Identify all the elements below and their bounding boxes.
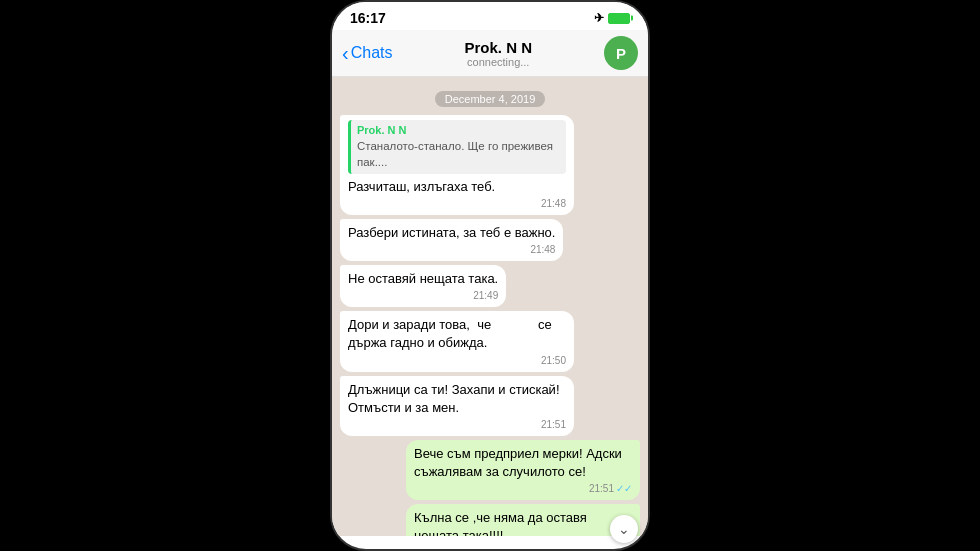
date-badge: December 4, 2019: [435, 91, 546, 107]
back-label: Chats: [351, 44, 393, 62]
message-meta: 21:50: [348, 354, 566, 368]
message-text: Длъжници са ти! Захапи и стискай! Отмъст…: [348, 382, 560, 415]
message-time: 21:48: [541, 197, 566, 211]
message-meta: 21:48: [348, 197, 566, 211]
message-meta: 21:48: [348, 243, 555, 257]
message-time: 21:48: [530, 243, 555, 257]
status-icons: ✈: [594, 11, 630, 25]
message-text: Разбери истината, за теб е важно.: [348, 225, 555, 240]
table-row: Разбери истината, за теб е важно. 21:48: [340, 219, 640, 261]
status-bar: 16:17 ✈: [332, 2, 648, 30]
message-time: 21:49: [473, 289, 498, 303]
message-text: Разчиташ, излъгаха теб.: [348, 179, 495, 194]
battery-icon: [608, 13, 630, 24]
message-meta: 21:51 ✓✓: [414, 482, 632, 496]
message-bubble: Вече съм предприел мерки! Адски съжалява…: [406, 440, 640, 500]
message-meta: 21:49: [348, 289, 498, 303]
table-row: Не оставяй нещата така. 21:49: [340, 265, 640, 307]
scroll-down-button[interactable]: ⌄: [610, 515, 638, 536]
chat-title-area: Prok. N N connecting...: [398, 39, 598, 68]
message-bubble: Prok. N N Станалото-станало. Ще го прежи…: [340, 115, 574, 215]
back-button[interactable]: ‹ Chats: [342, 43, 392, 63]
avatar[interactable]: P: [604, 36, 638, 70]
quoted-sender: Prok. N N: [357, 123, 560, 138]
message-text: Кълна се ,че няма да оставя нещата така!…: [414, 510, 587, 536]
message-meta: 21:51: [348, 418, 566, 432]
table-row: Prok. N N Станалото-станало. Ще го прежи…: [340, 115, 640, 215]
quoted-text: Станалото-станало. Ще го преживея пак...…: [357, 138, 560, 170]
message-bubble: Кълна се ,че няма да оставя нещата така!…: [406, 504, 640, 536]
message-time: 21:51: [541, 418, 566, 432]
messages-area[interactable]: December 4, 2019 Prok. N N Станалото-ста…: [332, 77, 648, 536]
message-bubble: Разбери истината, за теб е важно. 21:48: [340, 219, 563, 261]
quoted-block: Prok. N N Станалото-станало. Ще го прежи…: [348, 120, 566, 174]
chat-header: ‹ Chats Prok. N N connecting... P: [332, 30, 648, 77]
table-row: Длъжници са ти! Захапи и стискай! Отмъст…: [340, 376, 640, 436]
message-bubble: Не оставяй нещата така. 21:49: [340, 265, 506, 307]
message-bubble: Длъжници са ти! Захапи и стискай! Отмъст…: [340, 376, 574, 436]
date-separator: December 4, 2019: [340, 89, 640, 107]
message-time: 21:51: [589, 482, 614, 496]
table-row: Дори и заради това, че се държа гадно и …: [340, 311, 640, 371]
message-time: 21:50: [541, 354, 566, 368]
message-bubble: Дори и заради това, че се държа гадно и …: [340, 311, 574, 371]
chat-status: connecting...: [398, 56, 598, 68]
message-tick: ✓✓: [616, 482, 632, 496]
message-text: Не оставяй нещата така.: [348, 271, 498, 286]
table-row: Вече съм предприел мерки! Адски съжалява…: [340, 440, 640, 500]
airplane-icon: ✈: [594, 11, 604, 25]
status-time: 16:17: [350, 10, 386, 26]
message-text: Вече съм предприел мерки! Адски съжалява…: [414, 446, 622, 479]
phone-frame: 16:17 ✈ ‹ Chats Prok. N N connecting... …: [330, 0, 650, 551]
message-text: Дори и заради това, че се държа гадно и …: [348, 317, 552, 350]
chat-name: Prok. N N: [398, 39, 598, 56]
table-row: Кълна се ,че няма да оставя нещата така!…: [340, 504, 640, 536]
back-chevron-icon: ‹: [342, 43, 349, 63]
